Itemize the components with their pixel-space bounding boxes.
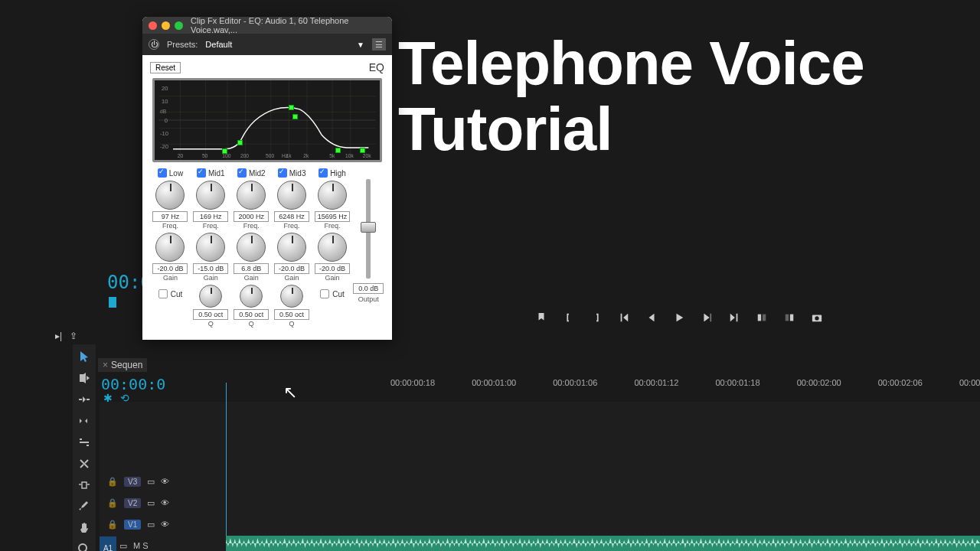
eye-icon[interactable]: 👁 bbox=[161, 477, 169, 486]
in-bracket-icon[interactable] bbox=[564, 312, 574, 323]
mid2-freq-knob[interactable] bbox=[237, 181, 266, 210]
high-cut-checkbox[interactable] bbox=[320, 289, 329, 298]
mid1-enable-checkbox[interactable] bbox=[197, 168, 206, 178]
high-freq-value[interactable]: 15695 Hz bbox=[315, 211, 350, 222]
minimize-icon[interactable] bbox=[162, 21, 170, 30]
eq-node-low[interactable] bbox=[222, 148, 227, 154]
selection-tool[interactable] bbox=[76, 349, 93, 364]
toggle-output-icon[interactable]: ▭ bbox=[119, 541, 127, 551]
low-freq-knob[interactable] bbox=[155, 181, 185, 210]
mid1-q-value[interactable]: 0.50 oct bbox=[193, 309, 228, 320]
svg-text:10: 10 bbox=[162, 98, 168, 105]
track-v1[interactable]: 🔒V1▭👁 bbox=[100, 514, 276, 535]
mid3-q-value[interactable]: 0.50 oct bbox=[274, 309, 309, 320]
preset-bar: ⏻ Presets: Default ▼ ☰ bbox=[142, 34, 392, 55]
band-high: High 15695 Hz Freq. -20.0 dB Gain Cut bbox=[312, 168, 353, 331]
high-freq-knob[interactable] bbox=[318, 181, 347, 210]
goto-in-icon[interactable] bbox=[619, 312, 629, 323]
track-select-fwd-tool[interactable] bbox=[76, 370, 93, 386]
eq-node-mid2[interactable] bbox=[289, 105, 294, 110]
mid2-q-value[interactable]: 0.50 oct bbox=[234, 309, 269, 320]
playhead[interactable] bbox=[226, 383, 227, 551]
track-v2[interactable]: 🔒V2▭👁 bbox=[100, 492, 276, 514]
mid1-freq-knob[interactable] bbox=[196, 181, 225, 210]
lock-icon[interactable]: 🔒 bbox=[107, 520, 118, 530]
a1-source[interactable]: A1 bbox=[100, 536, 116, 551]
camera-icon[interactable] bbox=[812, 312, 822, 323]
lift-icon[interactable] bbox=[756, 312, 767, 323]
low-freq-value[interactable]: 97 Hz bbox=[152, 211, 188, 222]
sequence-tab[interactable]: ×Sequen bbox=[98, 358, 147, 372]
toggle-output-icon[interactable]: ▭ bbox=[147, 477, 155, 487]
mid1-q-knob[interactable] bbox=[199, 285, 222, 308]
app-root: Telephone Voice Tutorial 00:00: ▸| ⇪ ×Se… bbox=[0, 0, 980, 551]
close-icon[interactable] bbox=[149, 21, 157, 30]
step-back-icon[interactable] bbox=[646, 312, 657, 323]
output-value[interactable]: 0.0 dB bbox=[353, 283, 384, 294]
extract-icon[interactable] bbox=[784, 312, 795, 323]
eq-node-mid2b[interactable] bbox=[292, 114, 298, 119]
low-enable-checkbox[interactable] bbox=[158, 168, 167, 178]
toggle-output-icon[interactable]: ▭ bbox=[147, 520, 155, 530]
high-enable-checkbox[interactable] bbox=[318, 168, 328, 178]
rate-stretch-tool[interactable] bbox=[76, 435, 93, 450]
high-gain-knob[interactable] bbox=[318, 233, 347, 262]
time-ruler[interactable]: 00:00:00:18 00:00:01:00 00:00:01:06 00:0… bbox=[390, 375, 980, 393]
mid2-q-knob[interactable] bbox=[240, 285, 263, 308]
window-titlebar[interactable]: Clip Fx Editor - EQ: Audio 1, 60 Telepho… bbox=[142, 17, 392, 34]
slip-tool[interactable] bbox=[76, 478, 93, 493]
goto-out-icon[interactable] bbox=[729, 312, 740, 323]
out-bracket-icon[interactable] bbox=[591, 312, 602, 323]
mid1-gain-knob[interactable] bbox=[196, 233, 225, 262]
eq-node-mid3[interactable] bbox=[335, 148, 341, 153]
razor-tool[interactable] bbox=[76, 456, 93, 471]
low-gain-value[interactable]: -20.0 dB bbox=[152, 263, 188, 274]
mid3-enable-checkbox[interactable] bbox=[278, 168, 287, 178]
audio-clip[interactable] bbox=[226, 536, 980, 551]
slider-thumb[interactable] bbox=[361, 222, 376, 233]
step-back-icon[interactable]: ▸| bbox=[55, 331, 62, 341]
presets-label: Presets: bbox=[167, 40, 198, 49]
zoom-icon[interactable] bbox=[175, 21, 183, 30]
ripple-tool[interactable] bbox=[76, 392, 93, 407]
play-icon[interactable] bbox=[674, 312, 684, 323]
lock-icon[interactable]: 🔒 bbox=[107, 477, 118, 487]
mid3-freq-knob[interactable] bbox=[277, 181, 306, 210]
mid3-gain-value[interactable]: -20.0 dB bbox=[274, 263, 309, 274]
hand-tool[interactable] bbox=[76, 520, 93, 536]
eq-node-high[interactable] bbox=[360, 148, 365, 153]
mid2-enable-checkbox[interactable] bbox=[237, 168, 247, 178]
step-fwd-icon[interactable] bbox=[701, 312, 712, 323]
preset-dropdown[interactable]: Default bbox=[205, 40, 349, 49]
pen-tool[interactable] bbox=[76, 499, 93, 514]
mid1-gain-value[interactable]: -15.0 dB bbox=[193, 263, 228, 274]
mid2-gain-value[interactable]: 6.8 dB bbox=[234, 263, 269, 274]
mid1-freq-value[interactable]: 169 Hz bbox=[193, 211, 228, 222]
mid3-freq-value[interactable]: 6248 Hz bbox=[274, 211, 309, 222]
eye-icon[interactable]: 👁 bbox=[161, 498, 169, 507]
low-cut-checkbox[interactable] bbox=[158, 289, 168, 298]
toggle-output-icon[interactable]: ▭ bbox=[147, 498, 155, 508]
mid3-q-knob[interactable] bbox=[280, 285, 303, 308]
track-v3[interactable]: 🔒V3▭👁 bbox=[100, 471, 276, 492]
mid3-gain-knob[interactable] bbox=[277, 233, 306, 262]
eq-graph[interactable]: 20 10 0 -10 -20 dB 2050100 2005001k 2k5k… bbox=[152, 78, 382, 162]
marker-icon[interactable] bbox=[536, 312, 547, 323]
high-gain-value[interactable]: -20.0 dB bbox=[315, 263, 350, 274]
rolling-tool[interactable] bbox=[76, 413, 93, 429]
lock-icon[interactable]: 🔒 bbox=[107, 498, 118, 508]
in-point-marker[interactable] bbox=[109, 297, 116, 308]
output-slider[interactable] bbox=[366, 179, 371, 279]
eye-icon[interactable]: 👁 bbox=[161, 520, 169, 529]
chevron-down-icon[interactable]: ▼ bbox=[357, 41, 364, 49]
export-icon[interactable]: ⇪ bbox=[70, 331, 77, 341]
mid2-freq-value[interactable]: 2000 Hz bbox=[234, 211, 269, 222]
power-icon[interactable]: ⏻ bbox=[149, 39, 159, 50]
low-gain-knob[interactable] bbox=[155, 233, 185, 262]
svg-rect-2 bbox=[786, 315, 789, 321]
eq-node-mid1[interactable] bbox=[237, 140, 243, 145]
zoom-tool[interactable] bbox=[76, 542, 93, 551]
reset-button[interactable]: Reset bbox=[150, 62, 181, 73]
mid2-gain-knob[interactable] bbox=[237, 233, 266, 262]
preset-menu-icon[interactable]: ☰ bbox=[372, 38, 386, 51]
